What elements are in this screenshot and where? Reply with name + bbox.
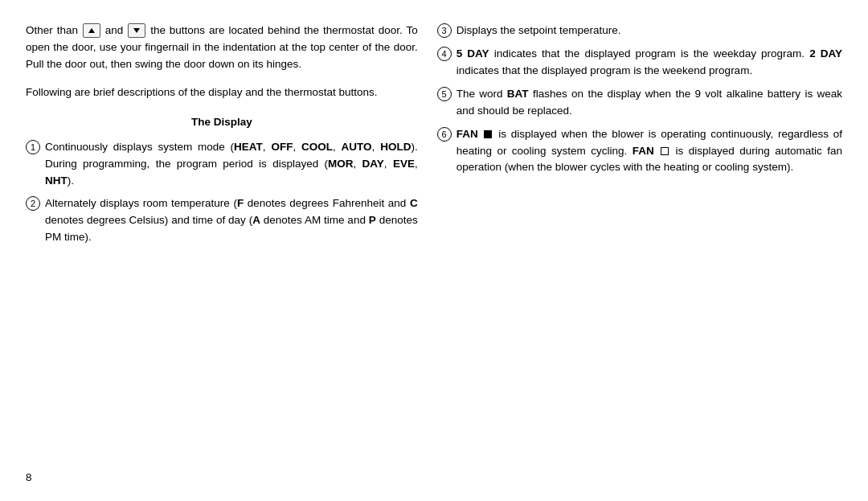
section-title: The Display	[26, 116, 418, 128]
and-text: and	[105, 24, 124, 36]
up-button-icon	[83, 23, 100, 38]
circle-5: 5	[437, 87, 452, 101]
svg-marker-1	[133, 28, 140, 33]
circle-1: 1	[26, 140, 40, 154]
list-item-6: 6 FAN is displayed when the blower is op…	[437, 126, 842, 177]
page-number: 8	[26, 471, 32, 483]
circle-6: 6	[437, 127, 452, 142]
list-item-5: 5 The word BAT flashes on the display wh…	[437, 86, 842, 120]
right-numbered-list: 3 Displays the setpoint temperature. 4 5…	[437, 23, 842, 176]
fan-solid-icon	[484, 130, 492, 138]
intro-paragraph-1: Other than and the buttons are located b…	[26, 23, 418, 73]
list-item-2: 2 Alternately displays room temperature …	[26, 195, 418, 246]
circle-4: 4	[437, 47, 452, 61]
item-1-text: Continuously displays system mode (HEAT,…	[45, 139, 418, 190]
item-4-text: 5 DAY indicates that the displayed progr…	[457, 46, 842, 80]
svg-marker-0	[88, 28, 95, 33]
right-column: 3 Displays the setpoint temperature. 4 5…	[437, 23, 842, 478]
item-2-text: Alternately displays room temperature (F…	[45, 195, 418, 246]
left-numbered-list: 1 Continuously displays system mode (HEA…	[26, 139, 418, 247]
item-3-text: Displays the setpoint temperature.	[457, 23, 842, 39]
fan-outline-icon	[661, 147, 669, 155]
down-button-icon	[128, 23, 145, 38]
circle-3: 3	[437, 23, 452, 38]
item-6-text: FAN is displayed when the blower is oper…	[457, 126, 842, 177]
item-5-text: The word BAT flashes on the display when…	[457, 86, 842, 120]
list-item-4: 4 5 DAY indicates that the displayed pro…	[437, 46, 842, 80]
list-item-3: 3 Displays the setpoint temperature.	[437, 23, 842, 39]
intro-paragraph-2: Following are brief descriptions of the …	[26, 84, 418, 101]
page-container: Other than and the buttons are located b…	[0, 0, 868, 501]
list-item-1: 1 Continuously displays system mode (HEA…	[26, 139, 418, 190]
intro-text-2: Following are brief descriptions of the …	[26, 86, 378, 98]
left-column: Other than and the buttons are located b…	[26, 23, 418, 478]
circle-2: 2	[26, 196, 40, 211]
